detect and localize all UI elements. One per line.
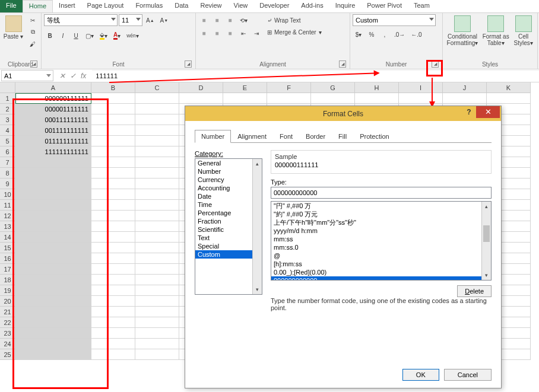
col-header-F[interactable]: F (267, 82, 311, 93)
align-right-button[interactable]: ≡ (224, 27, 236, 39)
name-box[interactable]: A1 (1, 70, 53, 81)
increase-indent-button[interactable]: ⇥ (251, 27, 262, 39)
cell-A4[interactable]: 001111111111 (15, 125, 91, 136)
cell-A24[interactable] (15, 339, 91, 349)
col-header-E[interactable]: E (223, 82, 267, 93)
cell-B21[interactable] (91, 307, 135, 317)
number-dialog-launcher[interactable]: ◢ (432, 60, 439, 68)
col-header-I[interactable]: I (399, 82, 443, 93)
row-header-20[interactable]: 20 (0, 296, 15, 307)
tab-home[interactable]: Home (23, 0, 53, 12)
row-header-2[interactable]: 2 (0, 104, 15, 114)
category-list[interactable]: GeneralNumberCurrencyAccountingDateTimeP… (195, 158, 262, 295)
cell-B8[interactable] (91, 168, 135, 179)
cell-A11[interactable] (15, 200, 91, 211)
cancel-button[interactable]: Cancel (444, 369, 492, 381)
cell-G1[interactable] (311, 93, 355, 104)
phonetic-button[interactable]: wén▾ (124, 30, 141, 42)
row-header-12[interactable]: 12 (0, 211, 15, 221)
tab-review[interactable]: Review (194, 0, 227, 12)
alignment-dialog-launcher[interactable]: ◢ (339, 60, 346, 68)
decrease-font-button[interactable]: A▼ (158, 14, 171, 26)
row-header-25[interactable]: 25 (0, 349, 15, 360)
tab-data[interactable]: Data (169, 0, 194, 12)
cell-A19[interactable] (15, 285, 91, 296)
col-header-D[interactable]: D (179, 82, 223, 93)
cell-A13[interactable] (15, 221, 91, 232)
cell-B9[interactable] (91, 179, 135, 189)
cell-C8[interactable] (135, 168, 179, 179)
row-header-10[interactable]: 10 (0, 189, 15, 200)
cell-C4[interactable] (135, 125, 179, 136)
cell-A3[interactable]: 000111111111 (15, 114, 91, 125)
cell-B5[interactable] (91, 136, 135, 146)
row-header-15[interactable]: 15 (0, 243, 15, 253)
format-item[interactable]: yyyy/m/d h:mm (271, 227, 491, 235)
cell-C22[interactable] (135, 317, 179, 328)
col-header-H[interactable]: H (355, 82, 399, 93)
tab-inquire[interactable]: Inquire (329, 0, 362, 12)
cell-A22[interactable] (15, 317, 91, 328)
col-header-A[interactable]: A (15, 82, 91, 93)
cell-A14[interactable] (15, 232, 91, 243)
cell-styles-button[interactable]: Cell Styles▾ (512, 14, 535, 46)
fx-icon[interactable]: fx (81, 72, 86, 80)
dialog-tab-number[interactable]: Number (195, 130, 231, 143)
conditional-formatting-button[interactable]: Conditional Formatting▾ (445, 14, 480, 46)
delete-button[interactable]: DDeleteelete (457, 285, 492, 297)
increase-font-button[interactable]: A▲ (144, 14, 157, 26)
cell-C2[interactable] (135, 104, 179, 114)
cell-F1[interactable] (267, 93, 311, 104)
dialog-tab-border[interactable]: Border (299, 130, 332, 143)
dialog-tab-protection[interactable]: Protection (353, 130, 396, 143)
tab-formulas[interactable]: Formulas (129, 0, 169, 12)
cell-B7[interactable] (91, 157, 135, 168)
cell-B13[interactable] (91, 221, 135, 232)
format-item[interactable]: 000000000000 (271, 276, 491, 281)
row-header-19[interactable]: 19 (0, 285, 15, 296)
cell-I1[interactable] (399, 93, 443, 104)
align-left-button[interactable]: ≡ (198, 27, 210, 39)
format-item[interactable]: [h]:mm:ss (271, 260, 491, 268)
merge-center-button[interactable]: ⊞Merge & Center ▾ (265, 26, 336, 38)
cell-C17[interactable] (135, 264, 179, 275)
row-header-16[interactable]: 16 (0, 253, 15, 264)
cell-C5[interactable] (135, 136, 179, 146)
cell-A18[interactable] (15, 275, 91, 285)
cell-C15[interactable] (135, 243, 179, 253)
ok-button[interactable]: OK (402, 369, 439, 381)
cell-C7[interactable] (135, 157, 179, 168)
cell-D1[interactable] (179, 93, 223, 104)
cell-A16[interactable] (15, 253, 91, 264)
cell-A17[interactable] (15, 264, 91, 275)
row-header-11[interactable]: 11 (0, 200, 15, 211)
row-header-6[interactable]: 6 (0, 146, 15, 157)
col-header-J[interactable]: J (443, 82, 487, 93)
cell-B11[interactable] (91, 200, 135, 211)
border-button[interactable]: ▢▾ (83, 30, 96, 42)
decrease-decimal-button[interactable]: ←.0 (408, 28, 424, 40)
cell-C3[interactable] (135, 114, 179, 125)
align-center-button[interactable]: ≡ (211, 27, 223, 39)
cell-B18[interactable] (91, 275, 135, 285)
cut-button[interactable]: ✂ (27, 14, 39, 26)
cell-B16[interactable] (91, 253, 135, 264)
cell-H1[interactable] (355, 93, 399, 104)
cell-C9[interactable] (135, 179, 179, 189)
cell-B22[interactable] (91, 317, 135, 328)
dialog-tab-fill[interactable]: Fill (332, 130, 353, 143)
row-header-22[interactable]: 22 (0, 317, 15, 328)
format-as-table-button[interactable]: Format as Table▾ (482, 14, 509, 46)
cell-A5[interactable]: 011111111111 (15, 136, 91, 146)
underline-button[interactable]: U (70, 30, 82, 42)
cell-A21[interactable] (15, 307, 91, 317)
cell-A1[interactable]: 000000111111 (15, 93, 91, 104)
cell-C12[interactable] (135, 211, 179, 221)
row-header-7[interactable]: 7 (0, 157, 15, 168)
decrease-indent-button[interactable]: ⇤ (237, 27, 249, 39)
dialog-close-button[interactable]: ✕ (476, 106, 500, 118)
cell-A8[interactable] (15, 168, 91, 179)
cell-A9[interactable] (15, 179, 91, 189)
col-header-G[interactable]: G (311, 82, 355, 93)
format-item[interactable]: 0.00_);[Red](0.00) (271, 268, 491, 276)
